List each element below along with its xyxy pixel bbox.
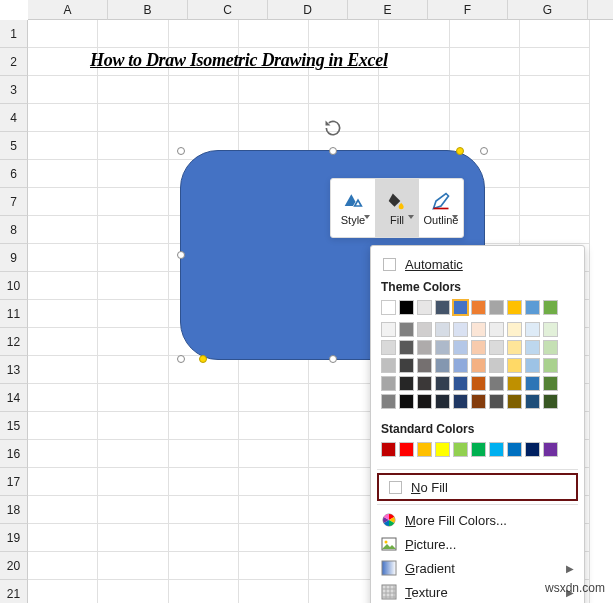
color-swatch[interactable] <box>525 376 540 391</box>
row-3[interactable]: 3 <box>0 76 28 104</box>
row-17[interactable]: 17 <box>0 468 28 496</box>
color-swatch[interactable] <box>417 358 432 373</box>
adjust-handle-2[interactable] <box>199 355 207 363</box>
color-swatch[interactable] <box>543 340 558 355</box>
row-2[interactable]: 2 <box>0 48 28 76</box>
color-swatch[interactable] <box>489 340 504 355</box>
col-A[interactable]: A <box>28 0 108 20</box>
color-swatch[interactable] <box>471 358 486 373</box>
color-swatch[interactable] <box>471 340 486 355</box>
color-swatch[interactable] <box>543 358 558 373</box>
automatic-option[interactable]: Automatic <box>371 252 584 276</box>
color-swatch[interactable] <box>453 394 468 409</box>
row-15[interactable]: 15 <box>0 412 28 440</box>
color-swatch[interactable] <box>399 358 414 373</box>
color-swatch[interactable] <box>507 442 522 457</box>
rotate-handle[interactable] <box>322 117 344 139</box>
color-swatch[interactable] <box>453 322 468 337</box>
color-swatch[interactable] <box>435 340 450 355</box>
color-swatch[interactable] <box>381 376 396 391</box>
color-swatch[interactable] <box>453 340 468 355</box>
row-7[interactable]: 7 <box>0 188 28 216</box>
row-10[interactable]: 10 <box>0 272 28 300</box>
resize-handle-bm[interactable] <box>329 355 337 363</box>
color-swatch[interactable] <box>453 358 468 373</box>
color-swatch[interactable] <box>489 358 504 373</box>
color-swatch[interactable] <box>471 376 486 391</box>
color-swatch[interactable] <box>525 394 540 409</box>
color-swatch[interactable] <box>507 300 522 315</box>
resize-handle-bl[interactable] <box>177 355 185 363</box>
more-fill-colors-option[interactable]: More Fill Colors... <box>371 508 584 532</box>
color-swatch[interactable] <box>507 394 522 409</box>
style-button[interactable]: Style <box>331 179 375 237</box>
col-G[interactable]: G <box>508 0 588 20</box>
color-swatch[interactable] <box>507 376 522 391</box>
color-swatch[interactable] <box>543 376 558 391</box>
resize-handle-ml[interactable] <box>177 251 185 259</box>
color-swatch[interactable] <box>435 300 450 315</box>
row-14[interactable]: 14 <box>0 384 28 412</box>
row-4[interactable]: 4 <box>0 104 28 132</box>
color-swatch[interactable] <box>399 340 414 355</box>
fill-button[interactable]: Fill <box>375 179 419 237</box>
color-swatch[interactable] <box>489 442 504 457</box>
color-swatch[interactable] <box>507 322 522 337</box>
outline-button[interactable]: Outline <box>419 179 463 237</box>
color-swatch[interactable] <box>525 442 540 457</box>
color-swatch[interactable] <box>471 322 486 337</box>
resize-handle-tm[interactable] <box>329 147 337 155</box>
color-swatch[interactable] <box>525 358 540 373</box>
color-swatch[interactable] <box>453 376 468 391</box>
color-swatch[interactable] <box>381 300 396 315</box>
color-swatch[interactable] <box>489 394 504 409</box>
color-swatch[interactable] <box>417 376 432 391</box>
col-F[interactable]: F <box>428 0 508 20</box>
color-swatch[interactable] <box>489 300 504 315</box>
adjust-handle-1[interactable] <box>456 147 464 155</box>
row-13[interactable]: 13 <box>0 356 28 384</box>
color-swatch[interactable] <box>435 358 450 373</box>
color-swatch[interactable] <box>471 300 486 315</box>
color-swatch[interactable] <box>489 376 504 391</box>
color-swatch[interactable] <box>525 340 540 355</box>
color-swatch[interactable] <box>471 442 486 457</box>
color-swatch[interactable] <box>435 442 450 457</box>
color-swatch[interactable] <box>417 340 432 355</box>
color-swatch[interactable] <box>399 300 414 315</box>
col-E[interactable]: E <box>348 0 428 20</box>
color-swatch[interactable] <box>507 358 522 373</box>
color-swatch[interactable] <box>435 322 450 337</box>
color-swatch[interactable] <box>507 340 522 355</box>
color-swatch[interactable] <box>525 322 540 337</box>
color-swatch[interactable] <box>399 322 414 337</box>
no-fill-option[interactable]: No Fill <box>383 477 572 497</box>
color-swatch[interactable] <box>471 394 486 409</box>
row-16[interactable]: 16 <box>0 440 28 468</box>
row-19[interactable]: 19 <box>0 524 28 552</box>
color-swatch[interactable] <box>381 340 396 355</box>
col-H[interactable]: H <box>588 0 613 20</box>
color-swatch[interactable] <box>417 442 432 457</box>
row-20[interactable]: 20 <box>0 552 28 580</box>
row-1[interactable]: 1 <box>0 20 28 48</box>
picture-option[interactable]: Picture... <box>371 532 584 556</box>
row-11[interactable]: 11 <box>0 300 28 328</box>
color-swatch[interactable] <box>381 322 396 337</box>
color-swatch[interactable] <box>399 394 414 409</box>
color-swatch[interactable] <box>543 394 558 409</box>
color-swatch[interactable] <box>543 322 558 337</box>
row-9[interactable]: 9 <box>0 244 28 272</box>
color-swatch[interactable] <box>435 376 450 391</box>
resize-handle-tl[interactable] <box>177 147 185 155</box>
color-swatch[interactable] <box>381 358 396 373</box>
col-B[interactable]: B <box>108 0 188 20</box>
col-D[interactable]: D <box>268 0 348 20</box>
color-swatch[interactable] <box>453 300 468 315</box>
color-swatch[interactable] <box>453 442 468 457</box>
row-12[interactable]: 12 <box>0 328 28 356</box>
color-swatch[interactable] <box>543 300 558 315</box>
color-swatch[interactable] <box>399 376 414 391</box>
row-18[interactable]: 18 <box>0 496 28 524</box>
row-5[interactable]: 5 <box>0 132 28 160</box>
